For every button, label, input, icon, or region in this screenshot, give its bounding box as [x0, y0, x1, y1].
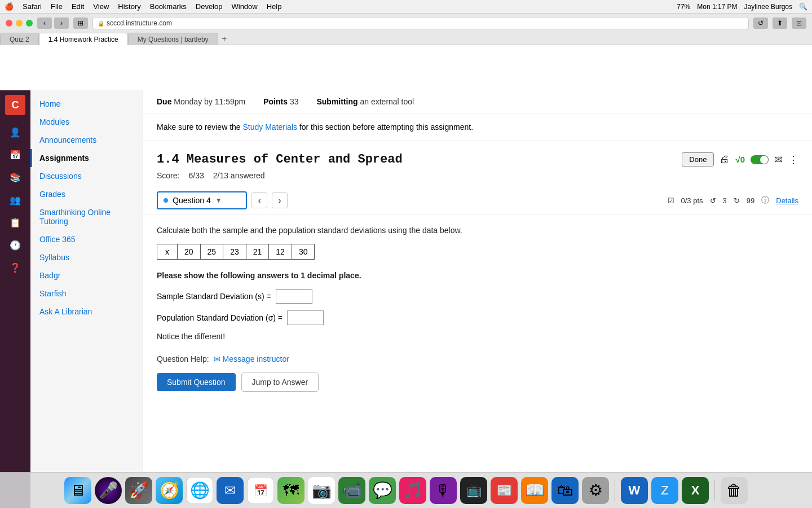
dock-calendar[interactable]: 📅	[247, 477, 274, 504]
points-label: Points	[263, 97, 288, 106]
submit-question-button[interactable]: Submit Question	[157, 373, 236, 391]
print-icon[interactable]: 🖨	[720, 154, 730, 165]
done-button[interactable]: Done	[682, 152, 714, 167]
menu-develop[interactable]: Develop	[196, 2, 223, 11]
more-options-icon[interactable]: ⋮	[788, 154, 798, 166]
details-link[interactable]: Details	[776, 196, 798, 205]
due-bar: Due Monday by 11:59pm Points 33 Submitti…	[143, 90, 812, 113]
study-materials-link[interactable]: Study Materials	[243, 122, 297, 132]
menu-history[interactable]: History	[118, 2, 140, 11]
sample-sd-input[interactable]	[276, 289, 312, 304]
sqrt-icon[interactable]: √0	[735, 155, 745, 164]
dock-safari[interactable]: 🧭	[156, 477, 183, 504]
dock-trash[interactable]: 🗑	[721, 477, 748, 504]
sidebar-icon-calendar[interactable]: 📅	[5, 144, 25, 165]
sidebar-item-grades[interactable]: Grades	[30, 185, 143, 203]
sidebar-icon-inbox[interactable]: 📋	[5, 212, 25, 233]
question-row: Question 4 ▼ ‹ › ☑ 0/3 pts ↺ 3 ↻ 99 ⓘ De…	[143, 187, 812, 214]
menu-help[interactable]: Help	[267, 2, 282, 11]
dock-messages[interactable]: 💬	[369, 477, 396, 504]
submitting-label: Submitting	[316, 97, 358, 106]
sidebar-icon-groups[interactable]: 👥	[5, 190, 25, 210]
dock-word[interactable]: W	[621, 477, 648, 504]
dock-maps[interactable]: 🗺	[277, 477, 304, 504]
score-value: 6/33	[188, 171, 204, 180]
lock-icon: 🔒	[98, 20, 104, 27]
chevron-down-icon: ▼	[215, 196, 222, 204]
reload-button[interactable]: ↺	[753, 17, 768, 29]
sidebar-toggle[interactable]: ⊞	[73, 17, 88, 29]
question-selector-wrapper: Question 4 ▼ ‹ ›	[157, 191, 288, 209]
sidebar-item-discussions[interactable]: Discussions	[30, 167, 143, 185]
dock-appletv[interactable]: 📺	[460, 477, 487, 504]
sidebar-icon-profile[interactable]: 👤	[5, 122, 25, 142]
sidebar-item-announcements[interactable]: Announcements	[30, 131, 143, 149]
dock-news[interactable]: 📰	[491, 477, 518, 504]
apple-menu[interactable]: 🍎	[5, 2, 14, 11]
sidebar-item-syllabus[interactable]: Syllabus	[30, 248, 143, 266]
maximize-button[interactable]	[26, 20, 33, 27]
sidebar-item-librarian[interactable]: Ask A Librarian	[30, 303, 143, 321]
sidebar-item-starfish[interactable]: Starfish	[30, 284, 143, 303]
dock-podcasts[interactable]: 🎙	[430, 477, 457, 504]
menu-bookmarks[interactable]: Bookmarks	[150, 2, 187, 11]
assignment-header: 1.4 Measures of Center and Spread Done 🖨…	[143, 141, 812, 171]
dock-chrome[interactable]: 🌐	[186, 477, 213, 504]
dock-finder[interactable]: 🖥	[64, 477, 91, 504]
jump-to-answer-button[interactable]: Jump to Answer	[241, 373, 319, 392]
tab-bartleby[interactable]: My Questions | bartleby	[128, 33, 218, 45]
add-tab-button[interactable]: +	[218, 33, 231, 45]
dock-music[interactable]: 🎵	[399, 477, 426, 504]
address-bar[interactable]: 🔒 scccd.instructure.com	[92, 17, 749, 29]
question-dropdown[interactable]: Question 4 ▼	[157, 191, 247, 209]
sidebar-icon-help[interactable]: ❓	[5, 257, 25, 278]
question-label: Question 4	[173, 196, 211, 205]
tab-homework[interactable]: 1.4 Homework Practice	[39, 33, 128, 45]
forward-button[interactable]: ›	[54, 17, 69, 29]
mail-icon[interactable]: ✉	[774, 154, 783, 166]
dock-mail[interactable]: ✉	[217, 477, 244, 504]
sidebar-item-modules[interactable]: Modules	[30, 113, 143, 131]
sidebar-icon-courses[interactable]: 📚	[5, 167, 25, 187]
menu-window[interactable]: Window	[231, 2, 257, 11]
pts-info-icon: ☑	[668, 196, 674, 205]
dock-excel[interactable]: X	[682, 477, 709, 504]
tab-quiz2[interactable]: Quiz 2	[0, 33, 39, 45]
sidebar-item-smarthinking[interactable]: Smarthinking Online Tutoring	[30, 203, 143, 230]
dock-appstore[interactable]: 🛍	[551, 477, 579, 504]
sidebar-item-office365[interactable]: Office 365	[30, 230, 143, 248]
menu-file[interactable]: File	[51, 2, 63, 11]
share-button[interactable]: ⬆	[773, 17, 787, 29]
score-row: Score: 6/33 2/13 answered	[143, 171, 812, 187]
new-tab-button[interactable]: ⊡	[792, 17, 806, 29]
menu-safari[interactable]: Safari	[23, 2, 42, 11]
canvas-sidebar: C 👤 📅 📚 👥 📋 🕐 ❓ →	[0, 90, 30, 508]
search-icon[interactable]: 🔍	[799, 3, 807, 11]
decimal-note: Please show the following answers to 1 d…	[157, 271, 798, 280]
menu-edit[interactable]: Edit	[72, 2, 84, 11]
menu-view[interactable]: View	[93, 2, 109, 11]
sidebar-icon-history[interactable]: 🕐	[5, 235, 25, 255]
prev-question-button[interactable]: ‹	[251, 192, 267, 208]
question-status-dot	[164, 198, 168, 203]
sidebar-item-badgr[interactable]: Badgr	[30, 266, 143, 284]
dock-photos[interactable]: 📷	[308, 477, 335, 504]
next-question-button[interactable]: ›	[272, 192, 288, 208]
minimize-button[interactable]	[16, 20, 23, 27]
toggle-switch[interactable]	[751, 155, 769, 164]
message-instructor-link[interactable]: ✉ Message instructor	[214, 354, 289, 364]
dock-zoom[interactable]: Z	[651, 477, 678, 504]
close-button[interactable]	[6, 20, 12, 27]
browser-toolbar: ‹ › ⊞ 🔒 scccd.instructure.com ↺ ⬆ ⊡	[0, 14, 812, 33]
back-button[interactable]: ‹	[37, 17, 52, 29]
nav-sidebar: Home Modules Announcements Assignments D…	[30, 90, 143, 508]
population-sd-input[interactable]	[287, 310, 324, 325]
dock-siri[interactable]: 🎤	[95, 477, 122, 504]
dock-facetime[interactable]: 📹	[338, 477, 365, 504]
sample-sd-row: Sample Standard Deviation (s) =	[157, 289, 798, 304]
dock-ibooks[interactable]: 📖	[521, 477, 548, 504]
dock-settings[interactable]: ⚙	[582, 477, 609, 504]
sidebar-item-home[interactable]: Home	[30, 95, 143, 113]
sidebar-item-assignments[interactable]: Assignments	[30, 149, 143, 167]
dock-launchpad[interactable]: 🚀	[125, 477, 152, 504]
